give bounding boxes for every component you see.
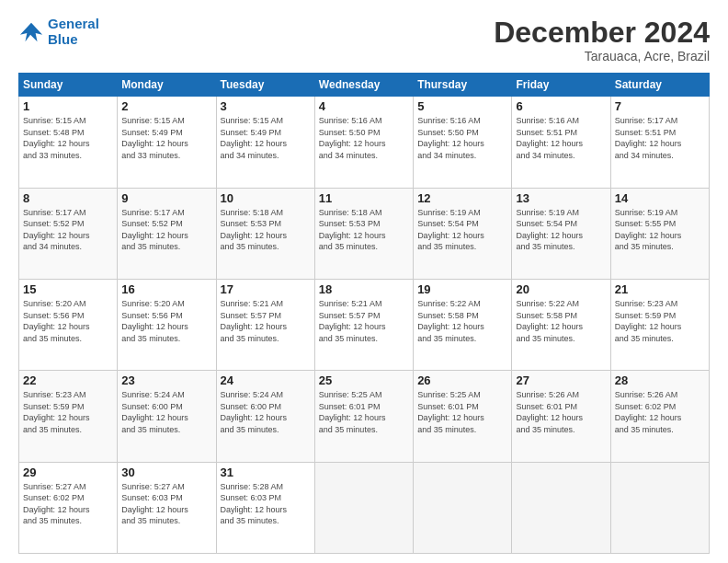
day-of-week-header: Saturday [610, 74, 709, 97]
calendar-day-cell: 25Sunrise: 5:25 AM Sunset: 6:01 PM Dayli… [314, 371, 413, 462]
calendar-day-cell: 24Sunrise: 5:24 AM Sunset: 6:00 PM Dayli… [216, 371, 314, 462]
main-title: December 2024 [494, 17, 710, 49]
calendar-week-row: 1Sunrise: 5:15 AM Sunset: 5:48 PM Daylig… [19, 97, 710, 188]
calendar-day-cell: 30Sunrise: 5:27 AM Sunset: 6:03 PM Dayli… [118, 462, 216, 553]
calendar-day-cell: 23Sunrise: 5:24 AM Sunset: 6:00 PM Dayli… [118, 371, 216, 462]
day-info: Sunrise: 5:26 AM Sunset: 6:02 PM Dayligh… [615, 389, 705, 435]
day-info: Sunrise: 5:28 AM Sunset: 6:03 PM Dayligh… [221, 481, 311, 527]
day-of-week-header: Sunday [19, 74, 118, 97]
calendar-day-cell [414, 462, 512, 553]
day-number: 26 [417, 373, 507, 387]
calendar-day-cell: 4Sunrise: 5:16 AM Sunset: 5:50 PM Daylig… [314, 97, 413, 188]
day-info: Sunrise: 5:16 AM Sunset: 5:51 PM Dayligh… [516, 115, 606, 161]
calendar-day-cell: 3Sunrise: 5:15 AM Sunset: 5:49 PM Daylig… [216, 97, 314, 188]
day-number: 13 [516, 191, 606, 205]
calendar-day-cell: 21Sunrise: 5:23 AM Sunset: 5:59 PM Dayli… [610, 279, 709, 370]
calendar-day-cell [512, 462, 610, 553]
calendar-day-cell: 12Sunrise: 5:19 AM Sunset: 5:54 PM Dayli… [414, 188, 512, 279]
calendar-day-cell: 26Sunrise: 5:25 AM Sunset: 6:01 PM Dayli… [414, 371, 512, 462]
day-info: Sunrise: 5:21 AM Sunset: 5:57 PM Dayligh… [319, 298, 409, 344]
day-number: 17 [221, 282, 311, 296]
day-info: Sunrise: 5:26 AM Sunset: 6:01 PM Dayligh… [516, 389, 606, 435]
calendar-day-cell: 16Sunrise: 5:20 AM Sunset: 5:56 PM Dayli… [118, 279, 216, 370]
calendar-table: SundayMondayTuesdayWednesdayThursdayFrid… [18, 73, 710, 554]
day-number: 19 [417, 282, 507, 296]
day-number: 10 [221, 191, 311, 205]
day-number: 9 [121, 191, 211, 205]
day-number: 27 [516, 373, 606, 387]
calendar-day-cell: 22Sunrise: 5:23 AM Sunset: 5:59 PM Dayli… [19, 371, 118, 462]
day-number: 23 [121, 373, 211, 387]
day-info: Sunrise: 5:27 AM Sunset: 6:02 PM Dayligh… [23, 481, 113, 527]
day-info: Sunrise: 5:25 AM Sunset: 6:01 PM Dayligh… [417, 389, 507, 435]
day-number: 8 [23, 191, 113, 205]
day-of-week-header: Thursday [414, 74, 512, 97]
calendar-day-cell: 11Sunrise: 5:18 AM Sunset: 5:53 PM Dayli… [314, 188, 413, 279]
logo-icon [18, 19, 44, 45]
logo-text: General Blue [48, 17, 99, 47]
day-number: 25 [319, 373, 409, 387]
calendar-day-cell: 2Sunrise: 5:15 AM Sunset: 5:49 PM Daylig… [118, 97, 216, 188]
day-number: 14 [615, 191, 705, 205]
day-number: 31 [221, 465, 311, 479]
day-info: Sunrise: 5:15 AM Sunset: 5:49 PM Dayligh… [121, 115, 211, 161]
calendar-day-cell: 18Sunrise: 5:21 AM Sunset: 5:57 PM Dayli… [314, 279, 413, 370]
calendar-day-cell: 15Sunrise: 5:20 AM Sunset: 5:56 PM Dayli… [19, 279, 118, 370]
day-info: Sunrise: 5:19 AM Sunset: 5:55 PM Dayligh… [615, 207, 705, 253]
calendar-day-cell: 1Sunrise: 5:15 AM Sunset: 5:48 PM Daylig… [19, 97, 118, 188]
day-number: 30 [121, 465, 211, 479]
calendar-day-cell: 19Sunrise: 5:22 AM Sunset: 5:58 PM Dayli… [414, 279, 512, 370]
day-number: 1 [23, 99, 113, 113]
calendar-day-cell: 14Sunrise: 5:19 AM Sunset: 5:55 PM Dayli… [610, 188, 709, 279]
calendar-day-cell: 27Sunrise: 5:26 AM Sunset: 6:01 PM Dayli… [512, 371, 610, 462]
day-info: Sunrise: 5:21 AM Sunset: 5:57 PM Dayligh… [221, 298, 311, 344]
day-number: 6 [516, 99, 606, 113]
day-info: Sunrise: 5:16 AM Sunset: 5:50 PM Dayligh… [417, 115, 507, 161]
day-number: 7 [615, 99, 705, 113]
day-number: 4 [319, 99, 409, 113]
calendar-day-cell: 31Sunrise: 5:28 AM Sunset: 6:03 PM Dayli… [216, 462, 314, 553]
day-number: 15 [23, 282, 113, 296]
day-info: Sunrise: 5:19 AM Sunset: 5:54 PM Dayligh… [417, 207, 507, 253]
page: General Blue December 2024 Tarauaca, Acr… [0, 0, 728, 563]
calendar-day-cell [314, 462, 413, 553]
subtitle: Tarauaca, Acre, Brazil [494, 49, 710, 63]
calendar-day-cell: 20Sunrise: 5:22 AM Sunset: 5:58 PM Dayli… [512, 279, 610, 370]
day-info: Sunrise: 5:17 AM Sunset: 5:52 PM Dayligh… [23, 207, 113, 253]
day-info: Sunrise: 5:23 AM Sunset: 5:59 PM Dayligh… [23, 389, 113, 435]
day-number: 2 [121, 99, 211, 113]
day-of-week-header: Wednesday [314, 74, 413, 97]
day-info: Sunrise: 5:18 AM Sunset: 5:53 PM Dayligh… [221, 207, 311, 253]
day-info: Sunrise: 5:15 AM Sunset: 5:49 PM Dayligh… [221, 115, 311, 161]
calendar-header-row: SundayMondayTuesdayWednesdayThursdayFrid… [19, 74, 710, 97]
calendar-day-cell: 9Sunrise: 5:17 AM Sunset: 5:52 PM Daylig… [118, 188, 216, 279]
day-info: Sunrise: 5:22 AM Sunset: 5:58 PM Dayligh… [417, 298, 507, 344]
calendar-day-cell: 5Sunrise: 5:16 AM Sunset: 5:50 PM Daylig… [414, 97, 512, 188]
day-info: Sunrise: 5:23 AM Sunset: 5:59 PM Dayligh… [615, 298, 705, 344]
day-number: 21 [615, 282, 705, 296]
calendar-day-cell: 6Sunrise: 5:16 AM Sunset: 5:51 PM Daylig… [512, 97, 610, 188]
day-number: 5 [417, 99, 507, 113]
calendar-week-row: 29Sunrise: 5:27 AM Sunset: 6:02 PM Dayli… [19, 462, 710, 553]
day-info: Sunrise: 5:25 AM Sunset: 6:01 PM Dayligh… [319, 389, 409, 435]
calendar-day-cell: 17Sunrise: 5:21 AM Sunset: 5:57 PM Dayli… [216, 279, 314, 370]
calendar-day-cell: 7Sunrise: 5:17 AM Sunset: 5:51 PM Daylig… [610, 97, 709, 188]
day-number: 18 [319, 282, 409, 296]
logo-line2: Blue [48, 31, 78, 47]
day-number: 29 [23, 465, 113, 479]
calendar-week-row: 8Sunrise: 5:17 AM Sunset: 5:52 PM Daylig… [19, 188, 710, 279]
day-number: 12 [417, 191, 507, 205]
day-info: Sunrise: 5:16 AM Sunset: 5:50 PM Dayligh… [319, 115, 409, 161]
calendar-day-cell: 8Sunrise: 5:17 AM Sunset: 5:52 PM Daylig… [19, 188, 118, 279]
day-info: Sunrise: 5:17 AM Sunset: 5:52 PM Dayligh… [121, 207, 211, 253]
day-info: Sunrise: 5:18 AM Sunset: 5:53 PM Dayligh… [319, 207, 409, 253]
day-number: 16 [121, 282, 211, 296]
day-info: Sunrise: 5:27 AM Sunset: 6:03 PM Dayligh… [121, 481, 211, 527]
calendar-week-row: 15Sunrise: 5:20 AM Sunset: 5:56 PM Dayli… [19, 279, 710, 370]
calendar-day-cell: 10Sunrise: 5:18 AM Sunset: 5:53 PM Dayli… [216, 188, 314, 279]
day-number: 24 [221, 373, 311, 387]
calendar-week-row: 22Sunrise: 5:23 AM Sunset: 5:59 PM Dayli… [19, 371, 710, 462]
day-of-week-header: Friday [512, 74, 610, 97]
day-info: Sunrise: 5:20 AM Sunset: 5:56 PM Dayligh… [23, 298, 113, 344]
day-info: Sunrise: 5:24 AM Sunset: 6:00 PM Dayligh… [121, 389, 211, 435]
